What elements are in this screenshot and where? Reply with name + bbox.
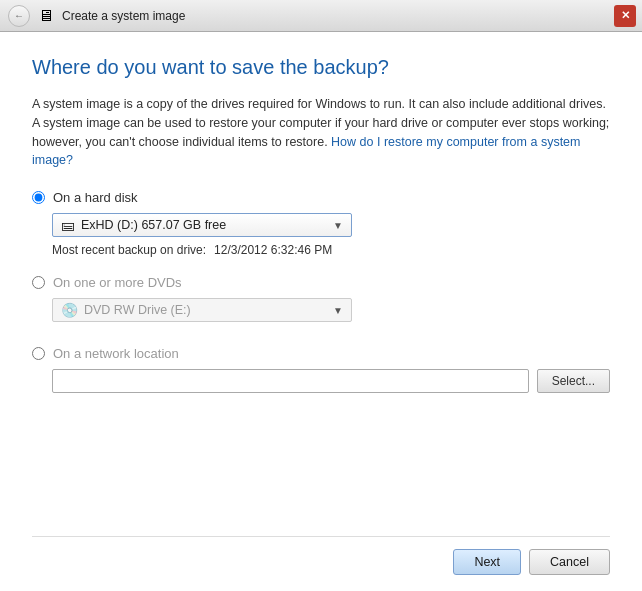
cancel-button[interactable]: Cancel (529, 549, 610, 575)
dvd-dropdown-arrow: ▼ (333, 305, 343, 316)
network-label[interactable]: On a network location (32, 346, 610, 361)
window-title: Create a system image (62, 9, 185, 23)
next-button[interactable]: Next (453, 549, 521, 575)
select-network-button[interactable]: Select... (537, 369, 610, 393)
back-button[interactable]: ← (8, 5, 30, 27)
hard-disk-label[interactable]: On a hard disk (32, 190, 610, 205)
footer: Next Cancel (32, 536, 610, 575)
close-button[interactable]: ✕ (614, 5, 636, 27)
hard-disk-section: On a hard disk 🖴 ExHD (D:) 657.07 GB fre… (32, 190, 610, 257)
network-radio[interactable] (32, 347, 45, 360)
backup-info: Most recent backup on drive: 12/3/2012 6… (52, 243, 610, 257)
network-location-input[interactable] (52, 369, 529, 393)
dvd-dropdown-row: 💿 DVD RW Drive (E:) ▼ (52, 298, 610, 322)
dvd-drive-select[interactable]: 💿 DVD RW Drive (E:) ▼ (52, 298, 352, 322)
dvd-radio[interactable] (32, 276, 45, 289)
dvd-drive-name: DVD RW Drive (E:) (84, 303, 191, 317)
hard-disk-dropdown-row: 🖴 ExHD (D:) 657.07 GB free ▼ (52, 213, 610, 237)
hard-disk-drive-icon: 🖴 (61, 217, 75, 233)
page-heading: Where do you want to save the backup? (32, 56, 610, 79)
window-icon: 🖥 (38, 7, 54, 25)
dvd-drive-icon: 💿 (61, 302, 78, 318)
network-section: On a network location Select... (32, 346, 610, 393)
network-row: Select... (52, 369, 610, 393)
hard-disk-drive-name: ExHD (D:) 657.07 GB free (81, 218, 226, 232)
title-bar: ← 🖥 Create a system image ✕ (0, 0, 642, 32)
main-content: Where do you want to save the backup? A … (0, 32, 642, 591)
dvd-label[interactable]: On one or more DVDs (32, 275, 610, 290)
hard-disk-dropdown-arrow: ▼ (333, 220, 343, 231)
hard-disk-drive-select[interactable]: 🖴 ExHD (D:) 657.07 GB free ▼ (52, 213, 352, 237)
backup-date: 12/3/2012 6:32:46 PM (214, 243, 332, 257)
dvd-section: On one or more DVDs 💿 DVD RW Drive (E:) … (32, 275, 610, 328)
description-text: A system image is a copy of the drives r… (32, 95, 610, 170)
hard-disk-radio[interactable] (32, 191, 45, 204)
